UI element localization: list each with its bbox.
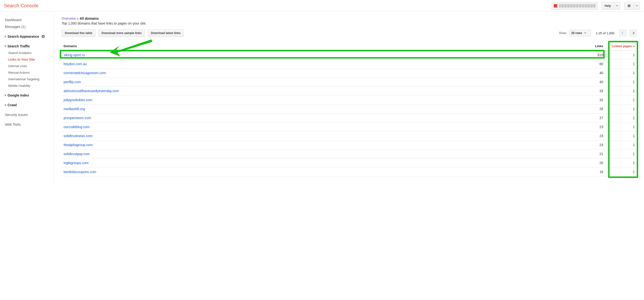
sidebar-item-label: Search Appearance — [8, 35, 39, 38]
download-table-button[interactable]: Download this table — [62, 29, 95, 37]
cell-domain: mediashift.org — [62, 104, 537, 113]
page-subtitle: Top 1,000 domains that have links to pag… — [62, 21, 637, 25]
help-button-group: Help — [602, 2, 620, 10]
domain-link[interactable]: solidtrustnews.com — [64, 134, 92, 138]
domain-link[interactable]: connectedchicagomom.com — [64, 71, 106, 75]
download-more-links-button[interactable]: Download more sample links — [98, 29, 144, 37]
cell-domain: ourcodeblog.com — [62, 122, 537, 131]
sidebar-item-messages[interactable]: Messages (1) — [4, 23, 54, 30]
cell-links: 32 — [537, 96, 605, 104]
col-header-domain[interactable]: Domains — [62, 42, 537, 51]
sidebar-section-search-traffic[interactable]: Search Traffic — [4, 43, 54, 50]
domain-link[interactable]: adviceicouldhaveusedyesterday.com — [64, 89, 119, 93]
cell-domain: jollygoodvibes.com — [62, 96, 537, 104]
domain-link[interactable]: penflip.com — [64, 80, 81, 84]
info-icon[interactable]: i — [42, 35, 45, 38]
chevron-left-icon — [622, 32, 624, 34]
table-row: solidtrustpay.com211 — [62, 149, 637, 159]
sidebar-item-label: Crawl — [8, 103, 17, 107]
cell-links: 16 — [537, 168, 605, 177]
sidebar-item-manual-actions[interactable]: Manual Actions — [4, 69, 54, 76]
sidebar-item-internal-links[interactable]: Internal Links — [4, 63, 54, 69]
toolbar: Download this table Download more sample… — [62, 29, 637, 37]
sidebar-section-google-index[interactable]: Google Index — [4, 92, 54, 99]
highlight-linked-pages-column — [608, 41, 638, 178]
highlight-first-row — [60, 50, 605, 59]
caret-right-icon — [5, 94, 6, 96]
sidebar-item-search-analytics[interactable]: Search Analytics — [4, 50, 54, 56]
sidebar-item-security-issues[interactable]: Security Issues — [4, 111, 54, 118]
sidebar: Dashboard Messages (1) Search Appearance… — [0, 12, 54, 186]
table-row: bestkidscoupons.com161 — [62, 168, 637, 177]
site-favicon — [554, 4, 557, 8]
cell-links: 23 — [537, 131, 605, 140]
cell-domain: penflip.com — [62, 78, 537, 87]
domain-link[interactable]: inglegroups.com — [64, 161, 88, 165]
chevron-right-icon — [632, 32, 634, 34]
help-dropdown[interactable] — [614, 2, 620, 10]
settings-button[interactable] — [624, 2, 634, 10]
breadcrumb-overview-link[interactable]: Overview — [62, 17, 76, 21]
domain-link[interactable]: jollygoodvibes.com — [64, 98, 92, 102]
app-title: Search Console — [4, 3, 38, 9]
col-header-links[interactable]: Links — [537, 42, 605, 51]
domain-link[interactable]: heydon.com.au — [64, 62, 87, 66]
next-page-button[interactable] — [630, 30, 637, 37]
sidebar-item-label: Google Index — [8, 93, 29, 97]
sidebar-item-links-to-your-site[interactable]: Links to Your Site — [4, 56, 54, 63]
cell-links: 20 — [537, 159, 605, 168]
domain-link[interactable]: ourcodeblog.com — [64, 125, 90, 129]
caret-down-icon — [4, 46, 7, 47]
download-latest-links-button[interactable]: Download latest links — [148, 29, 184, 37]
prev-page-button[interactable] — [619, 30, 626, 37]
cell-links: 21 — [537, 149, 605, 159]
cell-domain: solidtrustnews.com — [62, 131, 537, 140]
table-row: inglegroups.com201 — [62, 159, 637, 168]
sidebar-item-label: Search Traffic — [8, 44, 30, 48]
sidebar-section-search-appearance[interactable]: Search Appearance i — [4, 33, 54, 40]
cell-links: 27 — [537, 113, 605, 122]
table-row: ourcodeblog.com231 — [62, 122, 637, 131]
caret-right-icon — [5, 104, 6, 106]
settings-dropdown[interactable] — [634, 2, 640, 10]
cell-domain: solidtrustpay.com — [62, 149, 537, 159]
cell-domain: bestkidscoupons.com — [62, 168, 537, 177]
table-row: prospectworx.com271 — [62, 113, 637, 122]
domain-link[interactable]: mediashift.org — [64, 107, 85, 111]
cell-links: 60 — [537, 60, 605, 69]
sidebar-item-web-tools[interactable]: Web Tools — [4, 121, 54, 128]
help-button[interactable]: Help — [602, 2, 614, 10]
table-row: thealphagroup.com231 — [62, 140, 637, 149]
cell-links: 33 — [537, 87, 605, 96]
breadcrumb-current: All domains — [80, 17, 99, 21]
cell-domain: connectedchicagomom.com — [62, 69, 537, 78]
cell-links: 40 — [537, 78, 605, 87]
domains-table: Domains Links Linked pages viking-sport.… — [62, 42, 637, 177]
header-right: Help — [552, 2, 640, 10]
domain-link[interactable]: bestkidscoupons.com — [64, 170, 96, 174]
sidebar-item-dashboard[interactable]: Dashboard — [4, 17, 54, 23]
rows-per-page-select[interactable]: 25 rows — [569, 30, 591, 37]
cell-links: 23 — [537, 140, 605, 149]
cell-domain: adviceicouldhaveusedyesterday.com — [62, 87, 537, 96]
cell-domain: prospectworx.com — [62, 113, 537, 122]
cell-domain: inglegroups.com — [62, 159, 537, 168]
sidebar-section-crawl[interactable]: Crawl — [4, 102, 54, 108]
pagination-info: 1-25 of 1,000 — [596, 31, 614, 35]
main-content: Overview » All domains Top 1,000 domains… — [54, 12, 644, 186]
profile-dropdown[interactable] — [552, 2, 598, 10]
table-row: mediashift.org291 — [62, 104, 637, 113]
sidebar-item-international-targeting[interactable]: International Targeting — [4, 76, 54, 82]
domain-link[interactable]: prospectworx.com — [64, 116, 91, 120]
breadcrumb: Overview » All domains — [62, 17, 637, 21]
table-wrapper: Domains Links Linked pages viking-sport.… — [62, 42, 637, 177]
table-row: heydon.com.au601 — [62, 60, 637, 69]
top-header: Search Console Help — [0, 0, 644, 12]
caret-right-icon — [5, 35, 6, 38]
sidebar-item-mobile-usability[interactable]: Mobile Usability — [4, 82, 54, 89]
layout: Dashboard Messages (1) Search Appearance… — [0, 12, 644, 186]
show-label: Show — [559, 31, 566, 35]
domain-link[interactable]: solidtrustpay.com — [64, 152, 90, 156]
rows-value: 25 rows — [571, 31, 582, 35]
domain-link[interactable]: thealphagroup.com — [64, 143, 93, 147]
